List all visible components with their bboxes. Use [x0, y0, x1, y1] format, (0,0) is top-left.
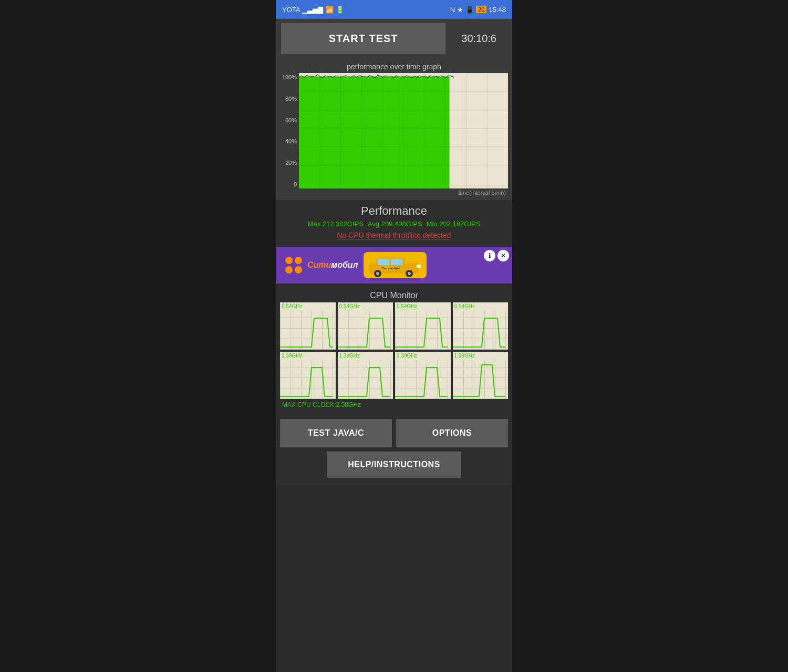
cpu-monitor-title: CPU Monitor	[280, 289, 508, 302]
ad-dot-3	[285, 266, 293, 274]
y-label-100: 100%	[280, 74, 297, 80]
cpu-graph-6	[338, 352, 393, 399]
start-test-button[interactable]: START TEST	[281, 23, 445, 54]
cpu-cell-3: 0.54GHz	[395, 302, 451, 350]
svg-point-26	[376, 272, 379, 275]
bluetooth-icon: ★	[457, 6, 463, 14]
cpu-cell-7: 1.39GHz	[395, 352, 451, 399]
throttling-message: No CPU thermal throttling detected	[281, 231, 507, 239]
max-cpu-clock: MAX CPU CLOCK:2.58GHz	[280, 399, 508, 413]
cpu-graph-5	[280, 352, 336, 399]
y-label-40: 40%	[280, 138, 297, 144]
ad-dot-1	[285, 257, 293, 264]
battery-icon: 🔋	[336, 6, 344, 14]
cpu-graph-2	[338, 302, 393, 350]
signal-icon: ▁▃▅▇	[302, 6, 323, 14]
stat-max: Max 212,382GIPS	[308, 220, 364, 228]
car-svg: Ситимобил	[366, 254, 424, 277]
ad-text: Ситимобил	[307, 260, 358, 270]
time-display: 15:48	[489, 6, 506, 14]
cpu-cell-4: 0.54GHz	[453, 302, 509, 350]
ad-dots	[285, 257, 302, 274]
ad-close-button[interactable]: ✕	[497, 250, 509, 261]
performance-section: Performance Max 212,382GIPS Avg 209,408G…	[276, 200, 512, 244]
status-left: YOTA ▁▃▅▇ 📶 🔋	[282, 6, 344, 14]
y-label-80: 80%	[280, 96, 297, 102]
ad-brand-first: Сити	[307, 260, 331, 269]
cpu-row-2: 1.39GHz 1.39GHz 1.39GHz	[280, 352, 508, 399]
ad-brand-second: мобил	[331, 260, 358, 269]
cpu-graph-3	[395, 302, 451, 350]
wifi-icon: 📶	[325, 6, 334, 14]
performance-title: Performance	[281, 204, 507, 218]
stat-min: Min 202,187GIPS	[427, 220, 481, 228]
phone-container: YOTA ▁▃▅▇ 📶 🔋 N ★ 📱 20 15:48 START TEST …	[276, 0, 512, 672]
help-btn-container: HELP/INSTRUCTIONS	[276, 452, 512, 486]
stat-avg: Avg 209,408GIPS	[368, 220, 422, 228]
cpu-cell-1: 0.54GHz	[280, 302, 336, 350]
performance-graph-svg	[299, 73, 508, 188]
top-controls: START TEST 30:10:6	[276, 19, 512, 58]
graph-section: performance over time graph 100% 80% 60%…	[276, 58, 512, 200]
performance-stats: Max 212,382GIPS Avg 209,408GIPS Min 202,…	[281, 220, 507, 228]
svg-rect-1	[299, 77, 450, 188]
graph-container: 100% 80% 60% 40% 20% 0	[280, 73, 508, 188]
timer-display: 30:10:6	[451, 33, 507, 45]
cpu-cell-5: 1.39GHz	[280, 352, 336, 399]
time-label: time(interval 5min)	[280, 188, 508, 196]
battery-percent: 20	[476, 6, 486, 13]
cpu-cell-6: 1.39GHz	[338, 352, 393, 399]
ad-car: Ситимобил	[364, 252, 427, 278]
y-label-0: 0	[280, 181, 297, 187]
signal2-icon: 📱	[465, 6, 474, 14]
ad-dot-4	[295, 266, 302, 274]
cpu-cell-2: 0.54GHz	[338, 302, 393, 350]
bottom-buttons: TEST JAVA/C OPTIONS	[276, 415, 512, 447]
cpu-graph-8	[453, 352, 509, 399]
status-right: N ★ 📱 20 15:48	[450, 6, 506, 14]
cpu-monitor-section: CPU Monitor 0.54GHz 0.54GHz	[276, 287, 512, 415]
app-content: START TEST 30:10:6 performance over time…	[276, 19, 512, 486]
nfc-icon: N	[450, 6, 455, 14]
ad-banner: Ситимобил	[276, 247, 512, 284]
graph-title: performance over time graph	[280, 60, 508, 73]
y-label-20: 20%	[280, 160, 297, 166]
svg-point-28	[408, 272, 411, 275]
cpu-cell-8: 1.99GHz	[453, 352, 509, 399]
graph-area	[299, 73, 508, 188]
ad-dot-2	[295, 257, 302, 264]
ad-info-icon[interactable]: ℹ	[484, 250, 495, 261]
carrier-text: YOTA	[282, 6, 300, 14]
svg-rect-24	[391, 259, 402, 265]
help-instructions-button[interactable]: HELP/INSTRUCTIONS	[327, 452, 461, 478]
options-button[interactable]: OPTIONS	[396, 419, 508, 447]
test-java-c-button[interactable]: TEST JAVA/C	[280, 419, 392, 447]
cpu-graph-4	[453, 302, 509, 350]
y-label-60: 60%	[280, 117, 297, 123]
svg-rect-23	[378, 259, 389, 265]
ad-content: Ситимобил	[280, 252, 508, 278]
status-bar: YOTA ▁▃▅▇ 📶 🔋 N ★ 📱 20 15:48	[276, 0, 512, 19]
cpu-row-1: 0.54GHz 0.54GHz 0.54GHz	[280, 302, 508, 350]
svg-text:Ситимобил: Ситимобил	[382, 267, 400, 270]
cpu-graph-1	[280, 302, 336, 350]
y-axis: 100% 80% 60% 40% 20% 0	[280, 73, 299, 188]
svg-rect-29	[417, 265, 421, 268]
cpu-graph-7	[395, 352, 451, 399]
